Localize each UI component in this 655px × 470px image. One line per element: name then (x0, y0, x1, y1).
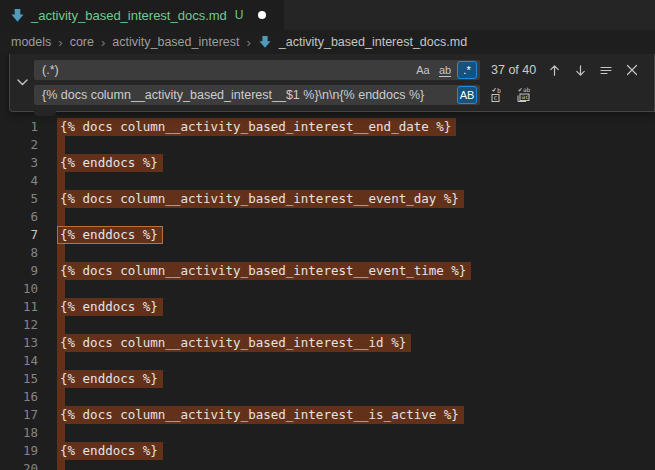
line-content: {% enddocs %} (57, 370, 655, 388)
line-number: 13 (0, 334, 38, 352)
editor-line[interactable]: 3{% enddocs %} (0, 154, 655, 172)
line-number: 5 (0, 190, 38, 208)
replace-all-button[interactable]: ab ac (513, 85, 533, 105)
editor-line[interactable]: 8 (0, 244, 655, 262)
line-number: 18 (0, 424, 38, 442)
line-content (57, 208, 655, 226)
regex-toggle[interactable]: .* (457, 61, 477, 79)
find-match-highlight (57, 424, 65, 442)
breadcrumb-item[interactable]: _activity_based_interest_docs.md (279, 35, 467, 49)
tab-activity-docs[interactable]: _activity_based_interest_docs.md U (0, 0, 284, 30)
next-match-button[interactable] (570, 60, 590, 80)
replace-button[interactable]: b c (488, 85, 508, 105)
find-match-highlight: {% docs column__activity_based_interest_… (57, 118, 456, 136)
find-match-highlight (57, 352, 65, 370)
line-number: 15 (0, 370, 38, 388)
git-status-badge: U (235, 8, 244, 22)
editor-line[interactable]: 19{% enddocs %} (0, 442, 655, 460)
tab-bar: _activity_based_interest_docs.md U (0, 0, 655, 30)
find-match-highlight (57, 208, 65, 226)
editor-line[interactable]: 10 (0, 280, 655, 298)
replace-all-icon: ab ac (515, 87, 532, 103)
find-in-selection-button[interactable] (596, 60, 616, 80)
find-match-highlight: {% enddocs %} (57, 154, 163, 172)
find-input[interactable]: (.*) Aa ab .* (34, 60, 480, 80)
line-content: {% enddocs %} (57, 298, 655, 316)
find-row: (.*) Aa ab .* 37 of 40 (34, 60, 646, 80)
editor-line[interactable]: 9{% docs column__activity_based_interest… (0, 262, 655, 280)
preserve-case-toggle[interactable]: AB (457, 86, 477, 104)
find-match-highlight (57, 316, 65, 334)
close-icon (626, 64, 638, 76)
line-number: 19 (0, 442, 38, 460)
editor-line[interactable]: 4 (0, 172, 655, 190)
svg-text:ac: ac (521, 93, 529, 100)
replace-input[interactable]: {% docs column__activity_based_interest_… (34, 85, 480, 105)
line-number: 10 (0, 280, 38, 298)
editor-line[interactable]: 20 (0, 460, 655, 470)
markdown-icon (10, 8, 25, 23)
line-content: {% docs column__activity_based_interest_… (57, 262, 655, 280)
selection-icon (599, 63, 613, 77)
modified-indicator-dot[interactable] (258, 11, 266, 19)
editor-line[interactable]: 14 (0, 352, 655, 370)
line-number: 11 (0, 298, 38, 316)
find-match-highlight: {% docs column__activity_based_interest_… (57, 190, 464, 208)
tab-filename: _activity_based_interest_docs.md (31, 8, 227, 23)
find-widget: (.*) Aa ab .* 37 of 40 (9, 54, 655, 112)
breadcrumb-item[interactable]: core (70, 35, 94, 49)
line-content (57, 280, 655, 298)
match-case-toggle[interactable]: Aa (413, 61, 433, 79)
match-count: 37 of 40 (491, 63, 536, 77)
editor-line[interactable]: 18 (0, 424, 655, 442)
line-number: 4 (0, 172, 38, 190)
find-match-highlight: {% enddocs %} (57, 370, 163, 388)
editor-line[interactable]: 12 (0, 316, 655, 334)
line-content (57, 172, 655, 190)
markdown-icon (258, 35, 272, 49)
line-content: {% docs column__activity_based_interest_… (57, 118, 655, 136)
line-number: 17 (0, 406, 38, 424)
line-content: {% enddocs %} (57, 442, 655, 460)
close-find-button[interactable] (622, 60, 642, 80)
line-content: {% docs column__activity_based_interest_… (57, 334, 655, 352)
breadcrumb-separator: › (246, 35, 250, 50)
line-content (57, 352, 655, 370)
editor-line[interactable]: 5{% docs column__activity_based_interest… (0, 190, 655, 208)
line-content (57, 424, 655, 442)
line-content (57, 316, 655, 334)
previous-match-button[interactable] (544, 60, 564, 80)
find-match-highlight (57, 460, 65, 470)
breadcrumb-item[interactable]: activity_based_interest (112, 35, 239, 49)
find-match-highlight (57, 136, 65, 154)
line-content: {% enddocs %} (57, 226, 655, 244)
line-number: 1 (0, 118, 38, 136)
whole-word-toggle[interactable]: ab (435, 61, 455, 79)
editor-line[interactable]: 15{% enddocs %} (0, 370, 655, 388)
breadcrumb-separator: › (58, 35, 62, 50)
toggle-replace-button[interactable] (10, 54, 34, 111)
line-number: 2 (0, 136, 38, 154)
find-widget-resize-handle[interactable] (34, 111, 56, 116)
editor-line[interactable]: 17{% docs column__activity_based_interes… (0, 406, 655, 424)
find-match-highlight (57, 172, 65, 190)
editor[interactable]: 1{% docs column__activity_based_interest… (0, 54, 655, 470)
editor-line[interactable]: 7{% enddocs %} (0, 226, 655, 244)
breadcrumb-item[interactable]: models (11, 35, 51, 49)
line-content (57, 460, 655, 470)
editor-line[interactable]: 13{% docs column__activity_based_interes… (0, 334, 655, 352)
arrow-down-icon (574, 64, 587, 77)
line-content: {% enddocs %} (57, 154, 655, 172)
breadcrumb-separator: › (101, 35, 105, 50)
line-number: 8 (0, 244, 38, 262)
svg-text:b: b (497, 87, 501, 95)
editor-line[interactable]: 1{% docs column__activity_based_interest… (0, 118, 655, 136)
line-number: 14 (0, 352, 38, 370)
line-content (57, 244, 655, 262)
find-match-highlight: {% docs column__activity_based_interest_… (57, 262, 471, 280)
editor-line[interactable]: 2 (0, 136, 655, 154)
editor-line[interactable]: 11{% enddocs %} (0, 298, 655, 316)
editor-line[interactable]: 6 (0, 208, 655, 226)
find-match-highlight: {% docs column__activity_based_interest_… (57, 334, 411, 352)
editor-line[interactable]: 16 (0, 388, 655, 406)
